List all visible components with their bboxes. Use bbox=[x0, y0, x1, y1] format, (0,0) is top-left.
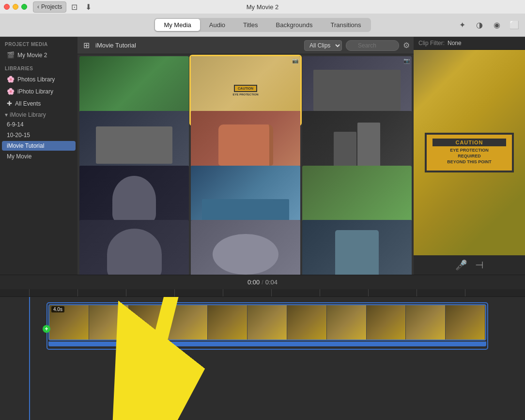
traffic-lights bbox=[4, 4, 27, 10]
title-bar: ‹ Projects ⊡ ⬇ My Movie 2 bbox=[0, 0, 525, 14]
playhead-triangle bbox=[27, 297, 32, 298]
layout-toggle-button[interactable]: ⊞ bbox=[81, 40, 92, 51]
sidebar-item-6-9-14[interactable]: 6-9-14 bbox=[2, 120, 76, 129]
media-thumb-11[interactable] bbox=[191, 220, 300, 275]
window-title: My Movie 2 bbox=[247, 3, 278, 11]
preview-background: CAUTION EYE PROTECTION REQUIRED BEYOND T… bbox=[414, 50, 525, 255]
photos-icon: 🌸 bbox=[7, 76, 15, 83]
clip-frame-8 bbox=[327, 305, 367, 340]
close-button[interactable] bbox=[4, 4, 10, 10]
disclosure-triangle-icon: ▾ bbox=[5, 111, 8, 118]
clip-filter-bar: Clip Filter: None bbox=[414, 37, 525, 50]
media-grid: CAUTION EYE PROTECTION 📷 📷 bbox=[77, 54, 414, 275]
libraries-label: LIBRARIES bbox=[0, 61, 77, 73]
sidebar-item-all-events[interactable]: ✚ All Events bbox=[2, 98, 76, 109]
tab-titles[interactable]: Titles bbox=[234, 19, 267, 31]
clip-frame-3 bbox=[129, 305, 169, 340]
timeline-header: 0:00 / 0:04 bbox=[0, 275, 525, 289]
time-current: 0:00 bbox=[247, 279, 260, 286]
tab-backgrounds[interactable]: Backgrounds bbox=[267, 19, 322, 31]
clip-frame-2 bbox=[89, 305, 129, 340]
preview-controls: 🎤 ⊣ bbox=[414, 255, 525, 275]
clip-frame-6 bbox=[247, 305, 287, 340]
palette-icon[interactable]: ◉ bbox=[490, 18, 504, 32]
toolbar: My Media Audio Titles Backgrounds Transi… bbox=[0, 14, 525, 37]
tab-my-media[interactable]: My Media bbox=[155, 19, 200, 31]
iphoto-library-label: iPhoto Library bbox=[17, 88, 53, 95]
sidebar-item-my-movie[interactable]: 🎬 My Movie 2 bbox=[2, 49, 76, 61]
clip-frame-5 bbox=[208, 305, 247, 340]
clip-frame-7 bbox=[287, 305, 327, 340]
time-separator: / bbox=[262, 279, 263, 286]
add-clip-button[interactable]: + bbox=[43, 325, 50, 333]
chevron-left-icon: ‹ bbox=[37, 3, 39, 10]
film-icon: 🎬 bbox=[7, 51, 15, 59]
back-projects-button[interactable]: ‹ Projects bbox=[33, 1, 66, 13]
search-container: 🔍 bbox=[346, 40, 399, 51]
main-content: PROJECT MEDIA 🎬 My Movie 2 LIBRARIES 🌸 P… bbox=[0, 37, 525, 275]
date-label-1: 6-9-14 bbox=[7, 121, 24, 128]
sidebar-item-imovie-tutorial[interactable]: iMovie Tutorial bbox=[2, 141, 76, 151]
date-label-2: 10-20-15 bbox=[7, 132, 30, 139]
clip-frame-4 bbox=[168, 305, 208, 340]
download-button[interactable]: ⬇ bbox=[82, 1, 94, 13]
toolbar-right-icons: ✦ ◑ ◉ ⬜ bbox=[455, 18, 521, 32]
clip-frame-10 bbox=[406, 305, 446, 340]
timeline-tracks: 4.0s + bbox=[0, 297, 525, 420]
toggle-sidebar-button[interactable]: ⊡ bbox=[68, 1, 80, 13]
camera-icon-2: 📷 bbox=[403, 58, 410, 64]
microphone-button[interactable]: 🎤 bbox=[455, 259, 467, 271]
project-name-label: My Movie 2 bbox=[17, 52, 47, 59]
caution-sign: CAUTION EYE PROTECTION REQUIRED BEYOND T… bbox=[425, 133, 514, 172]
timeline-ruler bbox=[0, 289, 525, 297]
clip-filter-value: None bbox=[448, 40, 462, 47]
bottom-section: 0:00 / 0:04 4.0s bbox=[0, 275, 525, 420]
imovie-tutorial-label: iMovie Tutorial bbox=[7, 142, 44, 149]
progress-track bbox=[48, 342, 486, 346]
minimize-button[interactable] bbox=[13, 4, 18, 10]
timeline-area: 4.0s + bbox=[0, 289, 525, 420]
media-thumb-12[interactable] bbox=[302, 220, 412, 275]
title-bar-nav: ‹ Projects ⊡ ⬇ bbox=[33, 1, 94, 13]
playhead[interactable] bbox=[29, 297, 30, 420]
media-browser-title: iMovie Tutorial bbox=[95, 42, 136, 49]
clip-frame-9 bbox=[367, 305, 406, 340]
plus-icon: ✚ bbox=[7, 100, 12, 107]
tab-audio[interactable]: Audio bbox=[201, 19, 234, 31]
my-movie-sub-label: My Movie bbox=[7, 153, 31, 160]
settings-icon[interactable]: ⚙ bbox=[403, 41, 410, 50]
search-input[interactable] bbox=[346, 40, 399, 51]
caution-title: CAUTION bbox=[432, 139, 506, 146]
sidebar-item-iphoto-library[interactable]: 🌸 iPhoto Library bbox=[2, 86, 76, 97]
crop-icon[interactable]: ⬜ bbox=[508, 18, 521, 32]
sidebar: PROJECT MEDIA 🎬 My Movie 2 LIBRARIES 🌸 P… bbox=[0, 37, 77, 275]
sidebar-item-my-movie-sub[interactable]: My Movie bbox=[2, 152, 76, 161]
sidebar-item-10-20-15[interactable]: 10-20-15 bbox=[2, 130, 76, 140]
maximize-button[interactable] bbox=[21, 4, 27, 10]
media-tab-group: My Media Audio Titles Backgrounds Transi… bbox=[154, 18, 371, 32]
media-thumb-10[interactable] bbox=[79, 220, 189, 275]
sidebar-item-photos-library[interactable]: 🌸 Photos Library bbox=[2, 74, 76, 85]
preview-panel: Clip Filter: None CAUTION EYE PROTECTION… bbox=[414, 37, 525, 275]
wand-icon[interactable]: ✦ bbox=[455, 18, 469, 32]
time-total: 0:04 bbox=[265, 279, 278, 286]
media-filter-area: All Clips 🔍 ⚙ bbox=[304, 40, 410, 51]
fit-to-screen-button[interactable]: ⊣ bbox=[475, 259, 483, 271]
time-display: 0:00 / 0:04 bbox=[247, 279, 278, 286]
preview-image: CAUTION EYE PROTECTION REQUIRED BEYOND T… bbox=[414, 50, 525, 255]
timeline-clip[interactable]: 4.0s bbox=[48, 304, 486, 341]
iphoto-icon: 🌸 bbox=[7, 88, 15, 95]
back-label: Projects bbox=[41, 3, 62, 10]
color-icon[interactable]: ◑ bbox=[473, 18, 486, 32]
clip-duration-badge: 4.0s bbox=[51, 306, 64, 312]
camera-icon: 📷 bbox=[292, 58, 299, 64]
clip-filter-label: Clip Filter: bbox=[418, 40, 445, 47]
project-media-label: PROJECT MEDIA bbox=[0, 37, 77, 49]
clips-filter-select[interactable]: All Clips bbox=[304, 40, 342, 51]
caution-body: EYE PROTECTION REQUIRED BEYOND THIS POIN… bbox=[432, 146, 506, 166]
media-toolbar: ⊞ iMovie Tutorial All Clips 🔍 ⚙ bbox=[77, 37, 414, 54]
media-browser: ⊞ iMovie Tutorial All Clips 🔍 ⚙ bbox=[77, 37, 414, 275]
tab-transitions[interactable]: Transitions bbox=[322, 19, 370, 31]
imovie-library-label: ▾ iMovie Library bbox=[0, 109, 77, 119]
all-events-label: All Events bbox=[15, 100, 41, 107]
